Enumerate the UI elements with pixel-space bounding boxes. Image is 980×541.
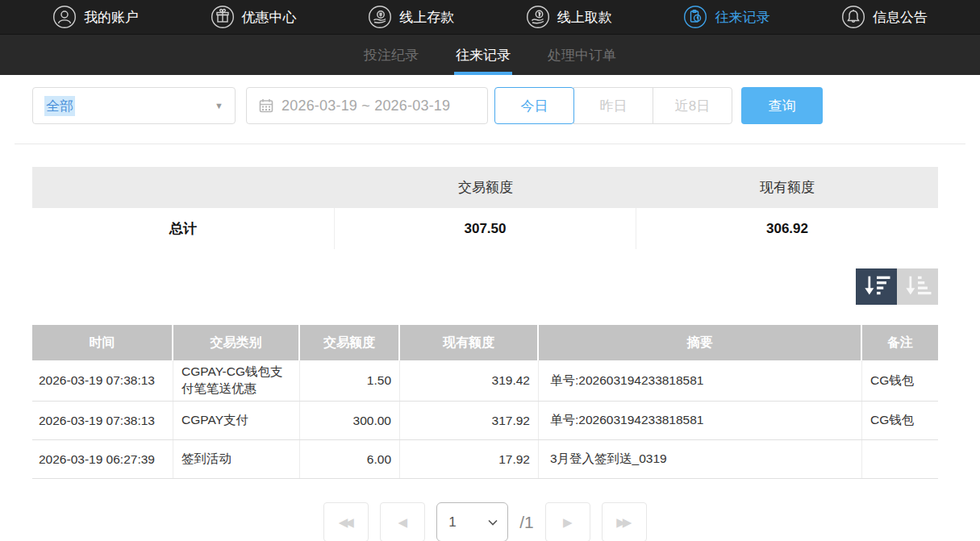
nav-item-label: 信息公告 (873, 8, 928, 27)
last-8-days-button[interactable]: 近8日 (653, 87, 732, 124)
section-divider (15, 144, 965, 144)
main-content: 全部 ▼ 2026-03-19 ~ 2026-03-19 今日 昨日 近8日 查… (32, 87, 938, 124)
today-button[interactable]: 今日 (494, 87, 574, 124)
records-header-row: 时间 交易类别 交易额度 现有额度 摘要 备注 (32, 325, 938, 360)
cell-time: 2026-03-19 06:27:39 (32, 440, 173, 478)
cell-type: CGPAY支付 (173, 402, 300, 439)
type-select[interactable]: 全部 ▼ (32, 87, 236, 124)
cell-balance: 319.42 (400, 360, 539, 401)
tab-processing-orders[interactable]: 处理中订单 (548, 35, 616, 75)
cell-note: CG钱包 (862, 402, 938, 439)
page-select-value: 1 (448, 514, 456, 531)
nav-item-announcements[interactable]: 信息公告 (841, 5, 928, 29)
cell-type: CGPAY-CG钱包支付笔笔送优惠 (173, 360, 300, 401)
quick-range-group: 今日 昨日 近8日 (494, 87, 732, 124)
sort-descending-icon (861, 273, 892, 300)
nav-item-label: 优惠中心 (242, 8, 297, 27)
nav-item-withdrawal[interactable]: 线上取款 (526, 5, 612, 29)
tab-transaction-records[interactable]: 往来记录 (456, 35, 511, 75)
bell-icon (841, 5, 865, 29)
records-table: 时间 交易类别 交易额度 现有额度 摘要 备注 2026-03-19 07:38… (32, 325, 938, 479)
user-icon (52, 5, 77, 29)
withdraw-icon (526, 5, 550, 29)
nav-item-label: 线上存款 (399, 8, 454, 27)
cell-balance: 17.92 (400, 440, 539, 478)
type-select-value: 全部 (44, 96, 75, 116)
cell-balance: 317.92 (400, 402, 539, 439)
prev-page-button[interactable]: ◀ (380, 502, 425, 541)
cell-summary: 3月登入签到送_0319 (539, 440, 862, 478)
nav-item-label: 往来记录 (715, 8, 769, 27)
summary-total-balance: 306.92 (636, 208, 938, 249)
yesterday-button[interactable]: 昨日 (573, 87, 653, 124)
cell-summary: 单号:202603194233818581 (539, 360, 862, 401)
header-time: 时间 (32, 325, 173, 360)
cell-amount: 1.50 (300, 360, 400, 401)
nav-item-label: 我的账户 (84, 8, 139, 27)
cell-summary: 单号:202603194233818581 (539, 402, 862, 439)
header-type: 交易类别 (173, 325, 300, 360)
summary-total-row: 总计 307.50 306.92 (32, 208, 938, 249)
deposit-icon (368, 5, 392, 29)
filter-row: 全部 ▼ 2026-03-19 ~ 2026-03-19 今日 昨日 近8日 查… (32, 87, 938, 124)
header-amount: 交易额度 (300, 325, 400, 360)
cell-time: 2026-03-19 07:38:13 (32, 360, 173, 401)
sort-ascending-button[interactable] (897, 268, 938, 305)
table-row: 2026-03-19 07:38:13 CGPAY-CG钱包支付笔笔送优惠 1.… (32, 360, 938, 402)
summary-header-balance: 现有额度 (636, 167, 938, 208)
gift-icon (211, 5, 235, 29)
tab-betting-records[interactable]: 投注纪录 (364, 35, 419, 75)
next-page-button[interactable]: ▶ (545, 502, 590, 541)
records-icon (683, 5, 707, 29)
nav-item-label: 线上取款 (557, 8, 612, 27)
header-balance: 现有额度 (400, 325, 539, 360)
cell-type: 签到活动 (173, 440, 300, 478)
table-row: 2026-03-19 07:38:13 CGPAY支付 300.00 317.9… (32, 402, 938, 440)
summary-header-row: 交易额度 现有额度 (32, 167, 938, 208)
nav-item-my-account[interactable]: 我的账户 (52, 5, 139, 29)
chevron-down-icon (488, 519, 498, 526)
cell-amount: 300.00 (300, 402, 400, 439)
first-page-button[interactable]: ◀◀ (323, 502, 369, 541)
query-button[interactable]: 查询 (741, 87, 823, 124)
sort-controls (32, 268, 938, 305)
cell-time: 2026-03-19 07:38:13 (32, 402, 173, 439)
cell-note (862, 440, 938, 478)
pagination: ◀◀ ◀ 1 /1 ▶ ▶▶ (32, 502, 938, 541)
date-range-input[interactable]: 2026-03-19 ~ 2026-03-19 (246, 87, 488, 124)
tab-bar: 投注纪录 往来记录 处理中订单 (0, 35, 980, 75)
table-row: 2026-03-19 06:27:39 签到活动 6.00 17.92 3月登入… (32, 440, 938, 479)
last-page-button[interactable]: ▶▶ (602, 502, 647, 541)
nav-item-promotions[interactable]: 优惠中心 (211, 5, 297, 29)
header-summary: 摘要 (539, 325, 862, 360)
header-note: 备注 (862, 325, 938, 360)
calendar-icon (259, 98, 273, 113)
summary-total-transaction: 307.50 (335, 208, 636, 249)
sort-ascending-icon (903, 273, 933, 300)
summary-header-transaction: 交易额度 (335, 167, 636, 208)
summary-total-label: 总计 (32, 208, 335, 249)
nav-item-transaction-records[interactable]: 往来记录 (683, 5, 769, 29)
page-select[interactable]: 1 (436, 502, 508, 541)
cell-note: CG钱包 (862, 360, 938, 401)
cell-amount: 6.00 (300, 440, 400, 478)
sort-descending-button[interactable] (856, 268, 897, 305)
top-navigation: 我的账户 优惠中心 线上存款 线上取款 (0, 0, 980, 35)
summary-header-empty (32, 167, 335, 208)
total-pages-label: /1 (519, 513, 534, 532)
tables-area: 交易额度 现有额度 总计 307.50 306.92 (32, 167, 938, 541)
summary-table: 交易额度 现有额度 总计 307.50 306.92 (32, 167, 938, 249)
date-range-value: 2026-03-19 ~ 2026-03-19 (281, 98, 450, 114)
nav-item-deposit[interactable]: 线上存款 (368, 5, 454, 29)
chevron-down-icon: ▼ (215, 101, 223, 110)
